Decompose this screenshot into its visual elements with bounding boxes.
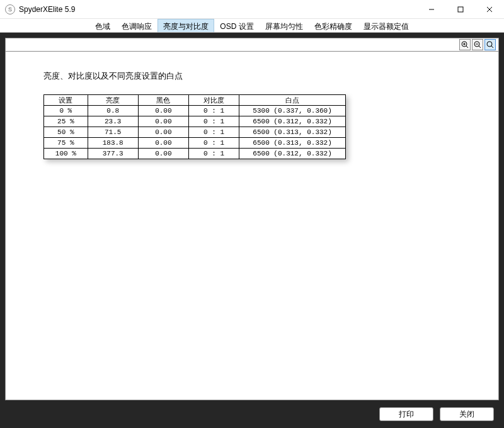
page-heading: 亮度、对比度以及不同亮度设置的白点: [43, 70, 486, 82]
table-row: 100 %377.30.000 : 16500 (0.312, 0.332): [44, 149, 346, 159]
svg-point-11: [487, 42, 492, 47]
maximize-button[interactable]: [446, 0, 475, 18]
table-cell: 6500 (0.313, 0.332): [239, 138, 346, 149]
tab-3[interactable]: OSD 设置: [214, 19, 259, 32]
tabbar: 色域色调响应亮度与对比度OSD 设置屏幕均匀性色彩精确度显示器额定值: [0, 19, 504, 33]
button-row: 打印 关闭: [5, 400, 499, 423]
table-cell: 0 : 1: [188, 138, 239, 149]
window-title: SpyderXElite 5.9: [19, 5, 75, 14]
print-button[interactable]: 打印: [379, 407, 433, 421]
table-cell: 23.3: [88, 116, 138, 127]
table-cell: 0.00: [138, 106, 188, 116]
svg-line-12: [491, 46, 493, 48]
zoom-fit-icon[interactable]: [484, 39, 496, 50]
table-row: 75 %183.80.000 : 16500 (0.313, 0.332): [44, 138, 346, 149]
viewer-toolbar: [5, 38, 499, 52]
close-window-button[interactable]: [475, 0, 504, 18]
table-row: 25 %23.30.000 : 16500 (0.312, 0.332): [44, 116, 346, 127]
table-cell: 0.8: [88, 106, 138, 116]
svg-rect-1: [458, 7, 463, 12]
tab-0[interactable]: 色域: [89, 19, 116, 32]
viewer-area: 亮度、对比度以及不同亮度设置的白点 设置亮度黑色对比度白点 0 %0.80.00…: [5, 38, 499, 400]
table-cell: 183.8: [88, 138, 138, 149]
table-cell: 71.5: [88, 127, 138, 138]
table-cell: 50 %: [44, 127, 88, 138]
table-cell: 6500 (0.312, 0.332): [239, 116, 346, 127]
page-content[interactable]: 亮度、对比度以及不同亮度设置的白点 设置亮度黑色对比度白点 0 %0.80.00…: [5, 52, 499, 400]
zoom-in-icon[interactable]: [459, 39, 471, 50]
svg-line-3: [487, 7, 492, 12]
table-row: 50 %71.50.000 : 16500 (0.313, 0.332): [44, 127, 346, 138]
table-cell: 6500 (0.313, 0.332): [239, 127, 346, 138]
table-cell: 0 : 1: [188, 116, 239, 127]
table-cell: 0 : 1: [188, 106, 239, 116]
table-cell: 0.00: [138, 116, 188, 127]
table-cell: 100 %: [44, 149, 88, 159]
table-header: 设置: [44, 95, 88, 106]
tab-6[interactable]: 显示器额定值: [358, 19, 415, 32]
window-controls: [417, 0, 504, 18]
table-header: 对比度: [188, 95, 239, 106]
table-cell: 0.00: [138, 149, 188, 159]
app-icon: S: [5, 4, 15, 14]
tab-2[interactable]: 亮度与对比度: [158, 19, 214, 32]
table-cell: 377.3: [88, 149, 138, 159]
results-table: 设置亮度黑色对比度白点 0 %0.80.000 : 15300 (0.337, …: [43, 94, 346, 159]
table-cell: 75 %: [44, 138, 88, 149]
table-cell: 0 : 1: [188, 127, 239, 138]
svg-line-9: [479, 46, 481, 48]
tab-5[interactable]: 色彩精确度: [309, 19, 358, 32]
table-cell: 0 : 1: [188, 149, 239, 159]
table-cell: 25 %: [44, 116, 88, 127]
minimize-button[interactable]: [417, 0, 446, 18]
zoom-out-icon[interactable]: [472, 39, 483, 50]
table-row: 0 %0.80.000 : 15300 (0.337, 0.360): [44, 106, 346, 116]
svg-line-5: [466, 46, 468, 48]
table-cell: 0 %: [44, 106, 88, 116]
titlebar: S SpyderXElite 5.9: [0, 0, 504, 19]
close-button[interactable]: 关闭: [440, 407, 494, 421]
tab-4[interactable]: 屏幕均匀性: [260, 19, 309, 32]
table-cell: 0.00: [138, 138, 188, 149]
table-cell: 6500 (0.312, 0.332): [239, 149, 346, 159]
table-header: 黑色: [138, 95, 188, 106]
table-header: 白点: [239, 95, 346, 106]
svg-line-2: [487, 7, 492, 12]
table-header: 亮度: [88, 95, 138, 106]
table-cell: 5300 (0.337, 0.360): [239, 106, 346, 116]
main-frame: 亮度、对比度以及不同亮度设置的白点 设置亮度黑色对比度白点 0 %0.80.00…: [0, 33, 504, 428]
table-cell: 0.00: [138, 127, 188, 138]
tab-1[interactable]: 色调响应: [116, 19, 158, 32]
